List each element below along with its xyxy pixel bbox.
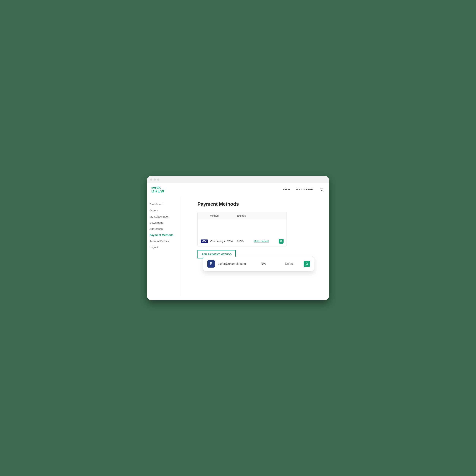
svg-point-0 [321, 191, 322, 191]
sidebar-item-logout[interactable]: Logout [150, 244, 178, 250]
nav-shop[interactable]: SHOP [283, 188, 290, 191]
sidebar-item-dashboard[interactable]: Dashboard [150, 201, 178, 207]
payment-expires: N/A [261, 262, 278, 266]
window-dot [154, 178, 156, 181]
make-default-link[interactable]: Make default [254, 240, 274, 243]
top-nav: nordic BREW SHOP MY ACCOUNT [147, 183, 329, 196]
highlighted-row-placeholder [198, 220, 287, 237]
table-header: Method Expires [198, 212, 287, 220]
cart-icon[interactable] [320, 187, 324, 191]
svg-point-1 [323, 191, 323, 191]
sidebar-item-payment-methods[interactable]: Payment Methods [150, 232, 178, 238]
sidebar-item-downloads[interactable]: Downloads [150, 220, 178, 226]
payment-row-visa: VISA Visa ending in 1234 05/25 Make defa… [198, 237, 287, 246]
payment-methods-table: Method Expires VISA Visa ending in 1234 … [197, 212, 287, 246]
main-content: Payment Methods Method Expires VISA Visa… [180, 196, 329, 300]
account-sidebar: Dashboard Orders My Subscription Downloa… [147, 197, 180, 296]
delete-payment-button[interactable] [304, 261, 310, 267]
nav-my-account[interactable]: MY ACCOUNT [296, 188, 313, 191]
payment-expires: 05/25 [237, 240, 254, 243]
page-title: Payment Methods [197, 201, 321, 207]
default-badge: Default [278, 262, 302, 266]
visa-icon: VISA [201, 239, 208, 243]
sidebar-item-addresses[interactable]: Addresses [150, 226, 178, 232]
sidebar-item-orders[interactable]: Orders [150, 207, 178, 213]
sidebar-item-subscription[interactable]: My Subscription [150, 213, 178, 220]
payment-row-paypal-highlighted: payer@example.com N/A Default [203, 256, 314, 271]
payment-label: Visa ending in 1234 [210, 240, 237, 243]
col-expires: Expires [237, 214, 254, 217]
window-titlebar [147, 176, 329, 183]
sidebar-item-account-details[interactable]: Account Details [150, 238, 178, 244]
payment-label: payer@example.com [218, 262, 261, 266]
col-method: Method [210, 214, 237, 217]
paypal-icon [207, 260, 215, 268]
brand-logo[interactable]: nordic BREW [151, 186, 164, 193]
delete-payment-button[interactable] [279, 239, 284, 244]
brand-line2: BREW [151, 189, 164, 193]
window-dot [157, 178, 159, 181]
window-dot [150, 178, 152, 181]
